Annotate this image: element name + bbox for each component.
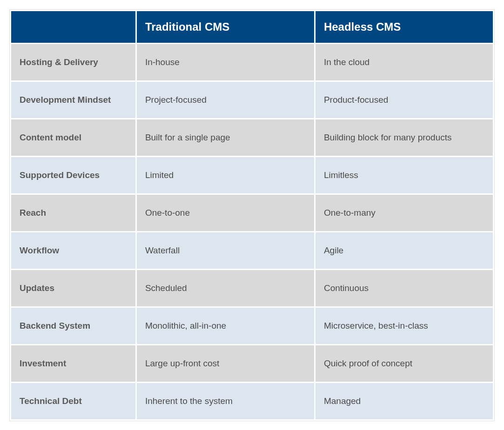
row-headless-value: Continuous — [315, 270, 493, 307]
table-row: Investment Large up-front cost Quick pro… — [11, 345, 494, 383]
row-label: Technical Debt — [11, 383, 136, 420]
row-headless-value: Limitless — [315, 157, 493, 194]
row-traditional-value: Limited — [136, 157, 315, 194]
comparison-table: Traditional CMS Headless CMS Hosting & D… — [10, 10, 494, 421]
row-traditional-value: Large up-front cost — [136, 345, 315, 383]
table-row: Backend System Monolithic, all-in-one Mi… — [11, 307, 494, 345]
table-row: Reach One-to-one One-to-many — [11, 194, 494, 232]
table-header-row: Traditional CMS Headless CMS — [11, 11, 494, 44]
row-headless-value: Managed — [315, 383, 493, 420]
header-empty — [11, 11, 136, 44]
row-label: Reach — [11, 194, 136, 232]
header-traditional-cms: Traditional CMS — [136, 11, 315, 44]
table-row: Technical Debt Inherent to the system Ma… — [11, 383, 494, 420]
row-label: Workflow — [11, 232, 136, 270]
table-row: Hosting & Delivery In-house In the cloud — [11, 44, 494, 81]
row-traditional-value: Project-focused — [136, 81, 315, 119]
row-headless-value: One-to-many — [315, 194, 493, 232]
row-traditional-value: Scheduled — [136, 270, 315, 307]
row-label: Updates — [11, 270, 136, 307]
table-row: Updates Scheduled Continuous — [11, 270, 494, 307]
row-traditional-value: Waterfall — [136, 232, 315, 270]
row-traditional-value: Inherent to the system — [136, 383, 315, 420]
table-row: Workflow Waterfall Agile — [11, 232, 494, 270]
row-traditional-value: In-house — [136, 44, 315, 81]
row-label: Supported Devices — [11, 157, 136, 194]
row-headless-value: Product-focused — [315, 81, 493, 119]
row-label: Development Mindset — [11, 81, 136, 119]
row-headless-value: Building block for many products — [315, 119, 493, 157]
comparison-table-container: Traditional CMS Headless CMS Hosting & D… — [9, 9, 495, 421]
row-traditional-value: Built for a single page — [136, 119, 315, 157]
row-label: Backend System — [11, 307, 136, 345]
row-label: Investment — [11, 345, 136, 383]
row-headless-value: In the cloud — [315, 44, 493, 81]
table-row: Content model Built for a single page Bu… — [11, 119, 494, 157]
table-row: Development Mindset Project-focused Prod… — [11, 81, 494, 119]
row-headless-value: Quick proof of concept — [315, 345, 493, 383]
row-label: Hosting & Delivery — [11, 44, 136, 81]
row-traditional-value: Monolithic, all-in-one — [136, 307, 315, 345]
row-headless-value: Microservice, best-in-class — [315, 307, 493, 345]
header-headless-cms: Headless CMS — [315, 11, 493, 44]
table-row: Supported Devices Limited Limitless — [11, 157, 494, 194]
row-label: Content model — [11, 119, 136, 157]
row-headless-value: Agile — [315, 232, 493, 270]
row-traditional-value: One-to-one — [136, 194, 315, 232]
